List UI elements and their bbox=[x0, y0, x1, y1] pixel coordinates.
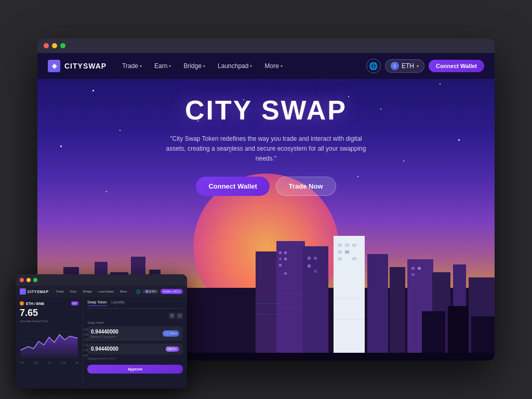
nav-item-more[interactable]: More ▾ bbox=[259, 59, 287, 73]
inner-minimize-dot[interactable] bbox=[26, 278, 31, 282]
inner-chart-panel: ETH / BNB 8xT 7.65 Average Swap Price bbox=[16, 297, 83, 389]
token-name: ETH / BNB bbox=[26, 302, 44, 305]
swap-value-2: 0.94440000 bbox=[91, 346, 118, 352]
svg-rect-29 bbox=[390, 267, 405, 361]
inner-connect-wallet[interactable]: Wallet (JKC) bbox=[161, 289, 183, 294]
outer-desktop: ◆ CITYSWAP Trade ▾ Earn ▾ Bridge ▾ bbox=[0, 0, 532, 399]
y-labels: 2.85 2.80 2.75 2.70 2.65 2.60 bbox=[77, 327, 88, 358]
nav-item-earn[interactable]: Earn ▾ bbox=[149, 59, 176, 73]
chevron-down-icon: ▾ bbox=[140, 64, 142, 69]
inner-swap-panel: Swap Token Liquidity ⚙ ↻ Swap Token 0.94… bbox=[83, 297, 187, 389]
chevron-down-icon: ▾ bbox=[203, 64, 205, 69]
slippage-info: Slippage tolerance: 0.01 bbox=[87, 357, 183, 360]
hero-content: CITY SWAP "City Swap Token redefines the… bbox=[37, 95, 495, 196]
swap-icons-row: ⚙ ↻ bbox=[87, 313, 183, 319]
inner-maximize-dot[interactable] bbox=[33, 278, 37, 282]
titlebar bbox=[37, 38, 495, 53]
svg-rect-27 bbox=[352, 257, 356, 260]
token-badge-math[interactable]: MATh bbox=[166, 347, 179, 352]
swap-input-1[interactable]: 0.94440000 Balance: CompanyFi= ETH bbox=[87, 326, 183, 341]
inner-logo-area: CITYSWAP bbox=[20, 288, 49, 295]
svg-rect-49 bbox=[334, 298, 365, 299]
svg-rect-42 bbox=[448, 306, 469, 361]
inner-content-area: ETH / BNB 8xT 7.65 Average Swap Price bbox=[16, 297, 187, 389]
tab-liquidity[interactable]: Liquidity bbox=[111, 300, 125, 306]
chevron-down-icon: ▾ bbox=[250, 64, 252, 69]
hero-subtitle: "City Swap Token redefines the way you t… bbox=[162, 134, 370, 164]
hero-connect-wallet-button[interactable]: Connect Wallet bbox=[196, 177, 269, 196]
minimize-dot[interactable] bbox=[52, 43, 57, 48]
price-label: Average Swap Price bbox=[20, 320, 78, 323]
chevron-down-icon: ▾ bbox=[169, 64, 171, 69]
chevron-down-icon: ▾ bbox=[417, 64, 419, 69]
chevron-down-icon: ▾ bbox=[281, 64, 283, 69]
nav-right: 🌐 ⟠ ETH ▾ Connect Wallet bbox=[366, 59, 484, 73]
inner-logo-icon bbox=[20, 288, 26, 295]
svg-rect-14 bbox=[284, 272, 287, 275]
svg-rect-28 bbox=[367, 254, 388, 361]
nav-item-launchpad[interactable]: Launchpad ▾ bbox=[212, 59, 257, 73]
refresh-icon[interactable]: ↻ bbox=[177, 313, 183, 319]
swap-tabs: Swap Token Liquidity bbox=[87, 300, 183, 309]
settings-icon[interactable]: ⚙ bbox=[169, 313, 175, 319]
inner-navbar: CITYSWAP Trade Earn Bridge Launchpad Mor… bbox=[16, 286, 187, 297]
inner-globe[interactable]: 🌐 bbox=[136, 289, 141, 294]
svg-rect-23 bbox=[352, 244, 356, 247]
eth-label: ETH bbox=[402, 62, 414, 70]
svg-rect-46 bbox=[256, 314, 279, 314]
svg-rect-18 bbox=[308, 264, 311, 268]
inner-nav-trade[interactable]: Trade bbox=[54, 289, 66, 294]
svg-rect-47 bbox=[276, 293, 305, 294]
tab-swap-token[interactable]: Swap Token bbox=[87, 300, 107, 306]
swap-value-1: 0.94440000 bbox=[91, 329, 118, 335]
time-labels: 17h 22h 1d 1.5d 2d bbox=[20, 361, 78, 364]
inner-nav-launchpad[interactable]: Launchpad bbox=[96, 289, 116, 294]
globe-button[interactable]: 🌐 bbox=[366, 59, 381, 73]
inner-window: CITYSWAP Trade Earn Bridge Launchpad Mor… bbox=[16, 274, 187, 389]
svg-rect-45 bbox=[256, 303, 279, 304]
inner-titlebar bbox=[16, 274, 187, 286]
svg-rect-31 bbox=[411, 267, 415, 270]
svg-rect-26 bbox=[338, 257, 342, 260]
svg-rect-17 bbox=[314, 257, 317, 260]
swap-label: Swap Token bbox=[87, 321, 183, 324]
inner-nav-bridge[interactable]: Bridge bbox=[81, 289, 94, 294]
price-chart bbox=[20, 327, 78, 358]
svg-rect-21 bbox=[338, 244, 342, 247]
svg-rect-12 bbox=[284, 258, 287, 260]
token-badge-eth[interactable]: ETH bbox=[163, 330, 179, 337]
inner-nav-right: 🌐 ETH Wallet (JKC) bbox=[136, 289, 183, 294]
inner-eth-badge[interactable]: ETH bbox=[143, 289, 158, 294]
eth-icon: ⟠ bbox=[391, 62, 399, 70]
close-dot[interactable] bbox=[44, 43, 49, 48]
eth-selector[interactable]: ⟠ ETH ▾ bbox=[385, 59, 424, 73]
approve-button[interactable]: Approve bbox=[87, 365, 183, 374]
swap-input-2[interactable]: 0.94440000 MATh bbox=[87, 343, 183, 354]
chart-header: ETH / BNB 8xT bbox=[20, 301, 78, 305]
svg-rect-33 bbox=[411, 273, 415, 276]
hero-title: CITY SWAP bbox=[185, 95, 347, 126]
inner-close-dot[interactable] bbox=[20, 278, 24, 282]
svg-rect-13 bbox=[279, 264, 282, 267]
inner-eth-text: ETH bbox=[150, 290, 156, 293]
svg-rect-15 bbox=[302, 246, 328, 361]
nav-item-trade[interactable]: Trade ▾ bbox=[117, 59, 147, 73]
hero-trade-now-button[interactable]: Trade Now bbox=[276, 177, 336, 196]
inner-nav-earn[interactable]: Earn bbox=[68, 289, 79, 294]
token-icon bbox=[20, 301, 24, 305]
svg-rect-11 bbox=[279, 258, 282, 260]
svg-rect-22 bbox=[345, 244, 349, 247]
nav-item-bridge[interactable]: Bridge ▾ bbox=[178, 59, 210, 73]
connect-wallet-button[interactable]: Connect Wallet bbox=[429, 60, 484, 72]
inner-nav-more[interactable]: More bbox=[118, 289, 129, 294]
logo-icon: ◆ bbox=[48, 60, 60, 72]
svg-rect-9 bbox=[279, 251, 282, 254]
navbar: ◆ CITYSWAP Trade ▾ Earn ▾ Bridge ▾ bbox=[37, 53, 495, 79]
logo-area[interactable]: ◆ CITYSWAP bbox=[48, 60, 107, 72]
svg-rect-48 bbox=[276, 309, 305, 309]
swap-sub-1: Balance: CompanyFi= bbox=[91, 335, 118, 338]
maximize-dot[interactable] bbox=[60, 43, 65, 48]
svg-rect-32 bbox=[418, 267, 421, 270]
svg-rect-25 bbox=[345, 250, 349, 254]
svg-rect-16 bbox=[308, 257, 311, 260]
